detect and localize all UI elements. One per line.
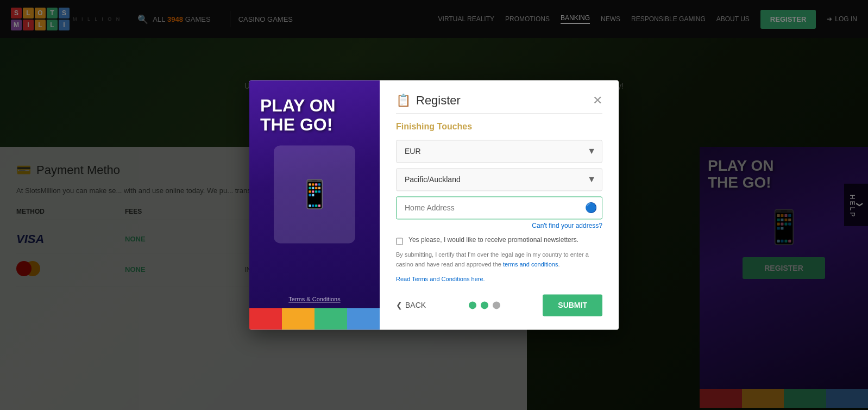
modal-right-panel: 📋 Register ✕ Finishing Touches EUR USD G…: [380, 80, 619, 330]
bar2: [282, 308, 315, 330]
modal-header: 📋 Register ✕: [396, 94, 602, 108]
legal-text: By submitting, I certify that I'm over t…: [396, 250, 602, 269]
modal-title: 📋 Register: [396, 94, 461, 108]
section-title: Finishing Touches: [396, 122, 602, 132]
dot-1: [469, 302, 476, 309]
register-modal: PLAY ON THE GO! 📱 Terms & Conditions 📋 R…: [249, 80, 619, 330]
back-icon: ❮: [396, 301, 402, 310]
location-icon: 🔵: [585, 202, 597, 214]
close-button[interactable]: ✕: [593, 95, 602, 107]
modal-left-panel: PLAY ON THE GO! 📱 Terms & Conditions: [249, 80, 380, 330]
dot-2: [481, 302, 488, 309]
dot-3: [493, 302, 500, 309]
bar3: [315, 308, 347, 330]
newsletter-row: Yes please, I would like to receive prom…: [396, 236, 602, 245]
newsletter-checkbox[interactable]: [396, 238, 403, 245]
modal-divider: [396, 113, 602, 114]
read-terms-link[interactable]: Read Terms and Conditions here.: [396, 276, 485, 283]
modal-footer: ❮ BACK SUBMIT: [396, 295, 602, 316]
currency-select-wrapper: EUR USD GBP AUD CAD ▼: [396, 140, 602, 163]
address-input[interactable]: [396, 196, 602, 219]
back-button[interactable]: ❮ BACK: [396, 301, 426, 310]
modal-color-bars: [249, 308, 380, 330]
submit-button[interactable]: SUBMIT: [543, 295, 602, 316]
terms-conditions-link[interactable]: terms and conditions: [503, 261, 558, 268]
register-icon: 📋: [396, 94, 411, 108]
address-input-wrapper: 🔵: [396, 196, 602, 219]
bar1: [249, 308, 282, 330]
progress-dots: [469, 302, 500, 309]
timezone-select-wrapper: Pacific/Auckland UTC America/New_York Eu…: [396, 168, 602, 191]
newsletter-label: Yes please, I would like to receive prom…: [408, 236, 578, 244]
modal-terms-link[interactable]: Terms & Conditions: [249, 296, 380, 303]
currency-select[interactable]: EUR USD GBP AUD CAD: [396, 140, 602, 163]
cant-find-link[interactable]: Can't find your address?: [396, 222, 602, 229]
modal-promo-text: PLAY ON THE GO!: [249, 80, 380, 140]
bar4: [347, 308, 380, 330]
timezone-select[interactable]: Pacific/Auckland UTC America/New_York Eu…: [396, 168, 602, 191]
modal-phone-icon: 📱: [274, 146, 355, 244]
